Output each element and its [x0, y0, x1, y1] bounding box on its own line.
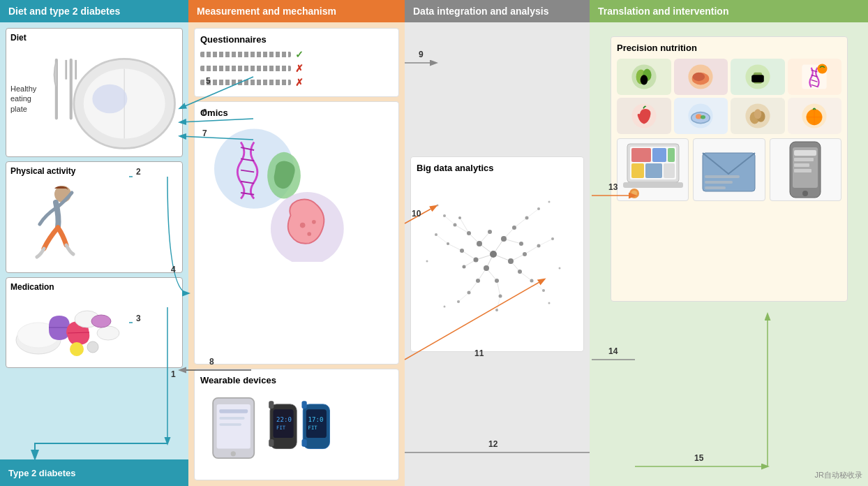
prec-laptop [617, 138, 689, 201]
col4-body: Precision nutrition [590, 22, 868, 486]
prec-email [693, 138, 765, 201]
precision-food-grid [617, 59, 841, 134]
q-cross-2: ✗ [295, 77, 304, 88]
questionnaire-title: Questionnaires [200, 34, 393, 45]
q-lines-3 [200, 80, 291, 85]
watermark-text: JR自动秘收录 [815, 471, 862, 479]
svg-rect-148 [631, 148, 651, 162]
svg-point-102 [447, 242, 449, 245]
dna-icon [799, 61, 830, 92]
q-line-1: ✓ [200, 49, 393, 60]
col4-header: Translation and intervention [590, 0, 868, 22]
svg-point-131 [818, 64, 828, 74]
svg-rect-160 [705, 181, 733, 184]
svg-point-119 [640, 75, 648, 84]
svg-point-91 [476, 279, 480, 283]
q-lines-2 [200, 66, 291, 71]
svg-point-84 [474, 258, 479, 263]
svg-rect-125 [751, 75, 764, 82]
svg-point-108 [435, 233, 437, 236]
q-line-3: ✗ [200, 77, 393, 88]
diet-box: Diet Healthyeatingplate [6, 28, 183, 157]
svg-point-137 [701, 115, 705, 119]
wearable-title: Wearable devices [200, 375, 393, 385]
svg-rect-150 [668, 148, 675, 162]
svg-point-17 [70, 342, 84, 356]
activity-title: Physical activity [10, 166, 178, 176]
omics-box: Omics [194, 101, 399, 364]
col1-body: Diet Healthyeatingplate [0, 22, 188, 486]
svg-rect-165 [794, 150, 816, 156]
svg-point-107 [457, 300, 460, 303]
bigdata-illustration [417, 177, 570, 331]
svg-rect-34 [219, 417, 244, 420]
svg-point-111 [548, 201, 551, 203]
svg-point-81 [501, 236, 507, 242]
col2-measurement: Measurement and mechanism Questionnaires… [188, 0, 405, 486]
col3-title: Data integration and analysis [413, 6, 549, 17]
svg-point-32 [231, 451, 236, 456]
svg-rect-153 [664, 163, 675, 178]
svg-point-110 [437, 205, 439, 207]
svg-point-109 [495, 309, 498, 311]
bigdata-title: Big data analytics [417, 163, 578, 173]
q-lines-1 [200, 52, 291, 57]
svg-point-18 [87, 341, 98, 353]
omics-title: Omics [200, 108, 393, 118]
precision-box: Precision nutrition [611, 36, 848, 302]
prec-phone [770, 138, 841, 201]
type2-diabetes-bar: Type 2 diabetes [0, 459, 188, 486]
svg-point-15 [97, 326, 119, 340]
prec-cell-dna [788, 59, 842, 95]
svg-rect-47 [301, 439, 306, 447]
diet-content: Healthyeatingplate [10, 45, 178, 152]
col1-diet-diabetes: Diet and type 2 diabetes Diet Healthyeat… [0, 0, 188, 486]
svg-point-86 [488, 230, 492, 234]
laptop-illustration [622, 140, 684, 200]
grain-icon [742, 61, 773, 92]
col4-translation: Translation and intervention Precision n… [590, 0, 868, 486]
col2-title: Measurement and mechanism [197, 6, 336, 17]
wearable-box: Wearable devices 22:0 FIT [194, 369, 399, 480]
svg-text:FIT: FIT [276, 425, 286, 431]
orange-icon [799, 101, 830, 131]
prec-cell-bowl [674, 98, 728, 134]
svg-rect-167 [794, 163, 809, 167]
svg-point-29 [312, 220, 316, 224]
prec-cell-nuts [731, 98, 785, 134]
svg-rect-154 [623, 182, 683, 188]
precision-title: Precision nutrition [617, 43, 841, 53]
diet-box-title: Diet [10, 33, 178, 43]
col2-header: Measurement and mechanism [188, 0, 405, 22]
main-container: Diet and type 2 diabetes Diet Healthyeat… [0, 0, 868, 486]
svg-rect-166 [794, 158, 814, 161]
q-cross-1: ✗ [295, 63, 304, 74]
col3-header: Data integration and analysis [405, 0, 590, 22]
physical-activity-box: Physical activity [6, 161, 183, 273]
svg-point-85 [467, 231, 471, 235]
svg-point-103 [443, 214, 446, 217]
svg-point-82 [508, 258, 514, 264]
runner-illustration [10, 179, 108, 270]
svg-rect-161 [705, 186, 726, 189]
prec-cell-meat [674, 59, 728, 95]
meat-icon [685, 61, 716, 92]
svg-point-101 [499, 295, 502, 298]
q-check-1: ✓ [295, 49, 304, 60]
svg-rect-33 [219, 409, 248, 413]
svg-rect-41 [269, 439, 274, 447]
watermark: JR自动秘收录 [815, 470, 862, 480]
svg-point-92 [495, 279, 499, 283]
diet-text: Healthyeatingplate [10, 84, 36, 114]
svg-point-156 [631, 191, 637, 196]
omics-illustration [200, 122, 368, 262]
questionnaire-box: Questionnaires ✓ ✗ ✗ [194, 28, 399, 97]
svg-point-141 [754, 109, 761, 119]
svg-text:22:0: 22:0 [276, 416, 292, 423]
svg-point-88 [519, 242, 523, 246]
prec-cell-apple [617, 98, 671, 134]
vegetable-icon [629, 61, 659, 92]
svg-point-98 [537, 244, 541, 248]
svg-rect-40 [269, 401, 274, 408]
svg-rect-152 [645, 163, 662, 178]
